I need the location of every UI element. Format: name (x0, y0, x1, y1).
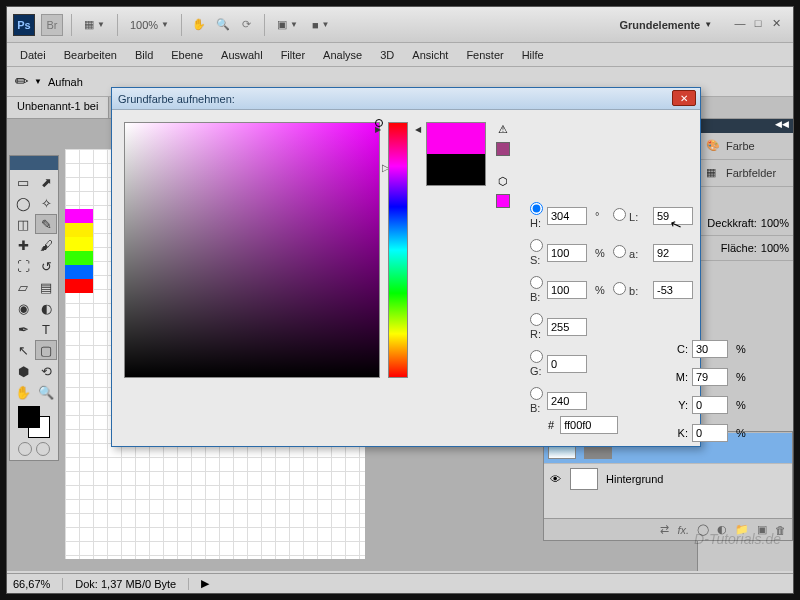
collapse-bar[interactable]: ◀◀ (698, 119, 793, 133)
move-tool[interactable]: ▭ (12, 172, 34, 192)
saturation-value-field[interactable] (124, 122, 380, 378)
hand-tool[interactable]: ✋ (12, 382, 34, 402)
canvas-color-row[interactable] (65, 223, 93, 237)
menu-ansicht[interactable]: Ansicht (403, 45, 457, 65)
fill-value[interactable]: 100% (761, 242, 789, 254)
arrange-dropdown[interactable]: ■ ▼ (308, 19, 334, 31)
close-button[interactable]: ✕ (769, 17, 783, 29)
canvas-color-row[interactable] (65, 279, 93, 293)
3d-cam-tool[interactable]: ⟲ (35, 361, 57, 381)
3d-tool[interactable]: ⬢ (12, 361, 34, 381)
panel-farbfelder[interactable]: ▦ Farbfelder (698, 160, 793, 187)
input-bv[interactable] (547, 281, 587, 299)
quickmask-mode[interactable] (36, 442, 50, 456)
hue-thumb[interactable] (383, 129, 413, 133)
wand-tool[interactable]: ✧ (35, 193, 57, 213)
radio-lab-b[interactable] (613, 282, 626, 295)
zoom-icon[interactable]: 🔍 (214, 16, 232, 34)
layer-row[interactable]: 👁 Hintergrund (544, 463, 792, 494)
blur-tool[interactable]: ◉ (12, 298, 34, 318)
input-m[interactable] (692, 368, 728, 386)
zoom-tool[interactable]: 🔍 (35, 382, 57, 402)
brush-tool[interactable]: 🖌 (35, 235, 57, 255)
input-a[interactable] (653, 244, 693, 262)
menu-analyse[interactable]: Analyse (314, 45, 371, 65)
dodge-tool[interactable]: ◐ (35, 298, 57, 318)
input-r[interactable] (547, 318, 587, 336)
type-tool[interactable]: T (35, 319, 57, 339)
eyedropper-tool[interactable]: ✎ (35, 214, 57, 234)
gradient-tool[interactable]: ▤ (35, 277, 57, 297)
websafe-swatch[interactable] (496, 194, 510, 208)
menu-ebene[interactable]: Ebene (162, 45, 212, 65)
current-color[interactable] (427, 154, 485, 185)
visibility-icon[interactable]: 👁 (548, 473, 562, 485)
menu-hilfe[interactable]: Hilfe (513, 45, 553, 65)
crop-tool[interactable]: ◫ (12, 214, 34, 234)
radio-g[interactable] (530, 350, 543, 363)
menu-auswahl[interactable]: Auswahl (212, 45, 272, 65)
menu-filter[interactable]: Filter (272, 45, 314, 65)
input-k[interactable] (692, 424, 728, 442)
input-h[interactable] (547, 207, 587, 225)
pen-tool[interactable]: ✒ (12, 319, 34, 339)
radio-s[interactable] (530, 239, 543, 252)
layout-dropdown[interactable]: ▦ ▼ (80, 18, 109, 31)
input-s[interactable] (547, 244, 587, 262)
menu-datei[interactable]: Datei (11, 45, 55, 65)
shape-tool[interactable]: ▢ (35, 340, 57, 360)
layer-name[interactable]: Hintergrund (606, 473, 663, 485)
menu-3d[interactable]: 3D (371, 45, 403, 65)
heal-tool[interactable]: ✚ (12, 235, 34, 255)
minimize-button[interactable]: — (733, 17, 747, 29)
menu-bild[interactable]: Bild (126, 45, 162, 65)
websafe-icon[interactable]: ⬡ (496, 174, 510, 188)
foreground-swatch[interactable] (18, 406, 40, 428)
canvas-color-row[interactable] (65, 237, 93, 251)
zoom-dropdown[interactable]: 100% ▼ (126, 19, 173, 31)
hue-slider[interactable] (388, 122, 408, 378)
workspace-switcher[interactable]: Grundelemente ▼ (619, 19, 712, 31)
canvas-color-row[interactable] (65, 265, 93, 279)
marquee-tool[interactable]: ⬈ (35, 172, 57, 192)
input-y[interactable] (692, 396, 728, 414)
eraser-tool[interactable]: ▱ (12, 277, 34, 297)
fx-icon[interactable]: fx. (677, 524, 689, 536)
status-zoom[interactable]: 66,67% (13, 578, 63, 590)
canvas-color-row[interactable] (65, 209, 93, 223)
input-hex[interactable] (560, 416, 618, 434)
maximize-button[interactable]: □ (751, 17, 765, 29)
lasso-tool[interactable]: ◯ (12, 193, 34, 213)
menu-fenster[interactable]: Fenster (457, 45, 512, 65)
canvas-color-row[interactable] (65, 251, 93, 265)
radio-a[interactable] (613, 245, 626, 258)
radio-bb[interactable] (530, 387, 543, 400)
standard-mode[interactable] (18, 442, 32, 456)
document-tab[interactable]: Unbenannt-1 bei (7, 97, 109, 118)
radio-r[interactable] (530, 313, 543, 326)
input-g[interactable] (547, 355, 587, 373)
bridge-button[interactable]: Br (41, 14, 63, 36)
opacity-value[interactable]: 100% (761, 217, 789, 229)
panel-farbe[interactable]: 🎨 Farbe (698, 133, 793, 160)
input-bb[interactable] (547, 392, 587, 410)
radio-h[interactable] (530, 202, 543, 215)
status-arrow[interactable]: ▶ (201, 577, 209, 590)
radio-l[interactable] (613, 208, 626, 221)
rotate-icon[interactable]: ⟳ (238, 16, 256, 34)
status-docsize[interactable]: Dok: 1,37 MB/0 Byte (75, 578, 189, 590)
color-swatches[interactable] (18, 406, 50, 438)
input-c[interactable] (692, 340, 728, 358)
gamut-warning-icon[interactable]: ⚠ (496, 122, 510, 136)
history-brush-tool[interactable]: ↺ (35, 256, 57, 276)
screen-mode-dropdown[interactable]: ▣ ▼ (273, 18, 302, 31)
menu-bearbeiten[interactable]: Bearbeiten (55, 45, 126, 65)
stamp-tool[interactable]: ⛶ (12, 256, 34, 276)
input-l[interactable] (653, 207, 693, 225)
hand-icon[interactable]: ✋ (190, 16, 208, 34)
path-tool[interactable]: ↖ (12, 340, 34, 360)
input-lab-b[interactable] (653, 281, 693, 299)
gamut-swatch[interactable] (496, 142, 510, 156)
dialog-close-button[interactable]: ✕ (672, 90, 696, 106)
radio-b[interactable] (530, 276, 543, 289)
